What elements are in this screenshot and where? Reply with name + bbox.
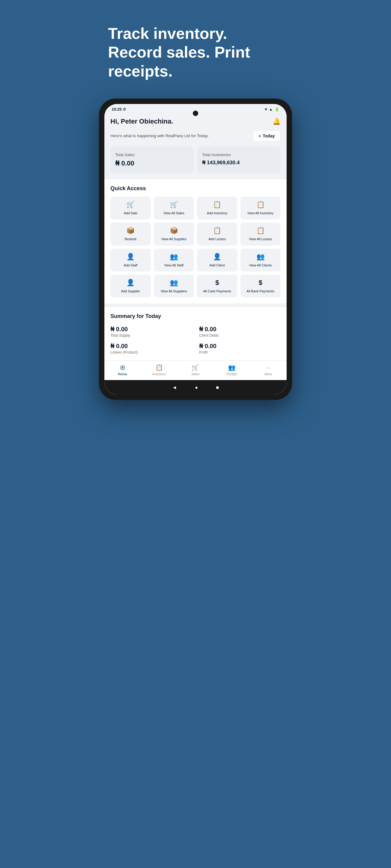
- quick-item-view-all-clients[interactable]: 👥 View All Clients: [241, 249, 281, 272]
- client-debts-value: ₦ 0.00: [199, 326, 281, 333]
- losses-product-value: ₦ 0.00: [110, 342, 192, 350]
- nav-sales-label: Sales: [191, 372, 200, 376]
- view-all-clients-label: View All Clients: [249, 263, 272, 267]
- profit-value: ₦ 0.00: [199, 342, 281, 350]
- summary-total-supply: ₦ 0.00 Total Supply: [110, 326, 192, 338]
- quick-item-view-all-sales[interactable]: 🛒 View All Sales: [154, 196, 194, 219]
- add-staff-icon: 👤: [127, 253, 135, 261]
- stats-row: Total Sales ₦ 0.00 Total Inventories ₦ 1…: [104, 147, 287, 179]
- quick-access-grid: 🛒 Add Sale 🛒 View All Sales 📋 Add Invent…: [110, 196, 281, 298]
- camera-notch: [193, 111, 198, 116]
- restock-label: Restock: [124, 237, 137, 241]
- home-icon: ⊞: [120, 364, 125, 371]
- summary-client-debts: ₦ 0.00 Client Debts: [199, 326, 281, 338]
- nav-home[interactable]: ⊞ Home: [104, 364, 141, 376]
- inventory-icon: 📋: [156, 364, 163, 371]
- view-all-suppliers-label: View All Suppliers: [161, 289, 187, 293]
- signal-icon: ▲: [269, 107, 273, 112]
- all-cash-payments-icon: $: [216, 279, 219, 287]
- subheader-text: Here's what is happening with RealPany L…: [110, 133, 249, 139]
- today-button[interactable]: ≡ Today: [253, 130, 281, 142]
- nav-more-label: More: [264, 372, 272, 376]
- add-client-icon: 👤: [213, 253, 221, 261]
- add-inventory-icon: 📋: [213, 201, 221, 209]
- nav-home-label: Home: [118, 372, 127, 376]
- all-bank-payments-label: All Bank Payments: [247, 289, 274, 293]
- quick-item-all-cash-payments[interactable]: $ All Cash Payments: [197, 275, 238, 298]
- view-all-staff-icon: 👥: [170, 253, 178, 261]
- filter-icon: ≡: [258, 133, 261, 138]
- view-all-losses-label: View All Losses: [249, 237, 272, 241]
- summary-title: Summary for Today: [110, 313, 281, 319]
- total-inventories-card: Total Inventories ₦ 143,969,630.4: [197, 147, 281, 173]
- profit-label: Profit: [199, 350, 281, 354]
- recents-button[interactable]: ■: [216, 385, 219, 390]
- nav-sales[interactable]: 🛒 Sales: [177, 364, 214, 376]
- quick-item-restock[interactable]: 📦 Restock: [110, 222, 151, 245]
- summary-profit: ₦ 0.00 Profit: [199, 342, 281, 354]
- quick-item-all-bank-payments[interactable]: $ All Bank Payments: [241, 275, 281, 298]
- subheader: Here's what is happening with RealPany L…: [104, 129, 287, 147]
- restock-icon: 📦: [127, 227, 135, 235]
- quick-item-add-supplier[interactable]: 👤 Add Supplier: [110, 275, 151, 298]
- add-losses-icon: 📋: [213, 227, 221, 235]
- quick-access-title: Quick Access: [110, 185, 281, 192]
- back-button[interactable]: ◄: [172, 385, 177, 390]
- quick-item-add-inventory[interactable]: 📋 Add Inventory: [197, 196, 238, 219]
- add-sale-icon: 🛒: [127, 201, 135, 209]
- add-supplier-label: Add Supplier: [121, 289, 140, 293]
- add-supplier-icon: 👤: [127, 279, 135, 287]
- total-sales-value: ₦ 0.00: [115, 159, 189, 167]
- client-debts-label: Client Debts: [199, 333, 281, 338]
- greeting-text: Hi, Peter Obiechina.: [110, 118, 173, 125]
- view-all-sales-icon: 🛒: [170, 201, 178, 209]
- home-button[interactable]: ●: [195, 385, 198, 390]
- status-time: 10:25 ⏱: [112, 107, 126, 112]
- summary-section: Summary for Today ₦ 0.00 Total Supply ₦ …: [104, 307, 287, 361]
- nav-people[interactable]: 👥 People: [214, 364, 250, 376]
- nav-people-label: People: [227, 372, 237, 376]
- summary-grid: ₦ 0.00 Total Supply ₦ 0.00 Client Debts …: [110, 326, 281, 354]
- battery-icon: 🔋: [275, 107, 279, 112]
- phone-mockup: 10:25 ⏱ ▾ ▲ 🔋 Hi, Peter Obiechina. 🔔 Her…: [99, 98, 292, 400]
- view-all-supplies-icon: 📦: [170, 227, 178, 235]
- view-all-inventory-icon: 📋: [256, 201, 264, 209]
- total-sales-label: Total Sales: [115, 153, 189, 157]
- add-staff-label: Add Staff: [124, 263, 137, 267]
- add-sale-label: Add Sale: [124, 211, 137, 215]
- add-losses-label: Add Losses: [208, 237, 226, 241]
- nav-inventory-label: Inventory: [152, 372, 166, 376]
- people-icon: 👥: [228, 364, 235, 371]
- quick-item-add-staff[interactable]: 👤 Add Staff: [110, 249, 151, 272]
- view-all-sales-label: View All Sales: [164, 211, 184, 215]
- bell-icon[interactable]: 🔔: [273, 118, 281, 125]
- nav-inventory[interactable]: 📋 Inventory: [141, 364, 177, 376]
- view-all-inventory-label: View All Inventory: [247, 211, 274, 215]
- wifi-icon: ▾: [265, 107, 267, 112]
- quick-item-add-client[interactable]: 👤 Add Client: [197, 249, 238, 272]
- quick-item-view-all-inventory[interactable]: 📋 View All Inventory: [241, 196, 281, 219]
- quick-item-view-all-staff[interactable]: 👥 View All Staff: [154, 249, 194, 272]
- total-supply-value: ₦ 0.00: [110, 326, 192, 333]
- bottom-nav: ⊞ Home 📋 Inventory 🛒 Sales 👥 People ··· …: [104, 361, 287, 380]
- total-inventories-value: ₦ 143,969,630.4: [202, 159, 276, 166]
- more-icon: ···: [266, 364, 271, 371]
- sales-icon: 🛒: [192, 364, 199, 371]
- quick-item-view-all-losses[interactable]: 📋 View All Losses: [241, 222, 281, 245]
- quick-item-view-all-suppliers[interactable]: 👥 View All Suppliers: [154, 275, 194, 298]
- quick-access-section: Quick Access 🛒 Add Sale 🛒 View All Sales…: [104, 179, 287, 304]
- status-icons: ▾ ▲ 🔋: [265, 107, 279, 112]
- losses-product-label: Losses (Product): [110, 350, 192, 354]
- quick-item-add-losses[interactable]: 📋 Add Losses: [197, 222, 238, 245]
- view-all-suppliers-icon: 👥: [170, 279, 178, 287]
- add-client-label: Add Client: [210, 263, 225, 267]
- system-bar: ◄ ● ■: [104, 380, 287, 395]
- view-all-staff-label: View All Staff: [164, 263, 184, 267]
- all-cash-payments-label: All Cash Payments: [203, 289, 231, 293]
- status-icon: ⏱: [123, 107, 126, 111]
- hero-tagline: Track inventory. Record sales. Print rec…: [90, 0, 301, 98]
- quick-item-add-sale[interactable]: 🛒 Add Sale: [110, 196, 151, 219]
- quick-item-view-all-supplies[interactable]: 📦 View All Supplies: [154, 222, 194, 245]
- nav-more[interactable]: ··· More: [250, 364, 287, 376]
- total-sales-card: Total Sales ₦ 0.00: [110, 147, 194, 173]
